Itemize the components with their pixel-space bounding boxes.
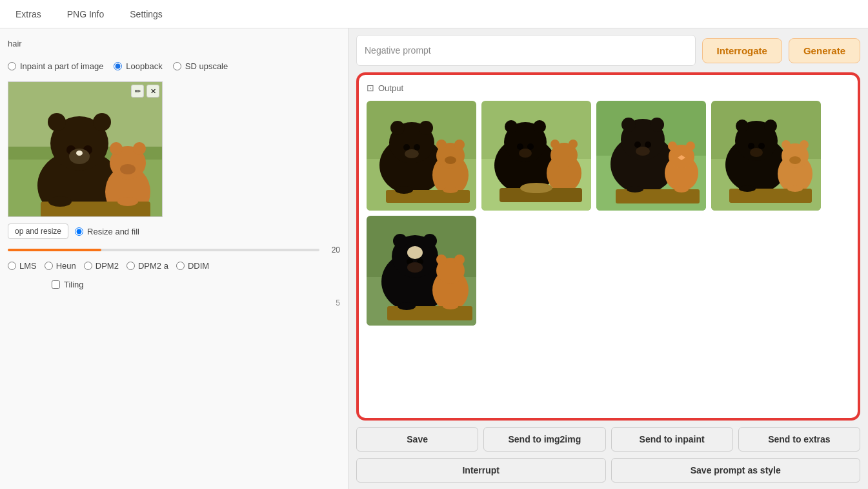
output-img-1-svg bbox=[367, 101, 476, 211]
resize-fill-label[interactable]: Resize and fill bbox=[75, 227, 139, 236]
top-navigation: Extras PNG Info Settings bbox=[0, 0, 868, 28]
svg-point-91 bbox=[423, 234, 437, 248]
sampler-lms[interactable]: LMS bbox=[8, 261, 37, 271]
svg-point-74 bbox=[764, 120, 777, 132]
send-extras-button[interactable]: Send to extras bbox=[738, 427, 860, 452]
sdupscale-label: SD upscale bbox=[185, 61, 228, 71]
svg-point-11 bbox=[76, 151, 83, 156]
output-image-4[interactable] bbox=[711, 101, 821, 211]
loopback-radio-label[interactable]: Loopback bbox=[114, 61, 162, 71]
main-layout: hair Inpaint a part of image Loopback SD… bbox=[0, 28, 868, 489]
svg-point-60 bbox=[636, 147, 650, 156]
output-image-1[interactable] bbox=[367, 101, 476, 211]
inpaint-radio-label[interactable]: Inpaint a part of image bbox=[8, 61, 103, 71]
interrogate-button[interactable]: Interrogate bbox=[702, 38, 782, 63]
svg-point-5 bbox=[48, 113, 66, 131]
slider-row: 20 bbox=[8, 245, 340, 255]
output-header: ⊡ Output bbox=[367, 83, 850, 93]
mode-radio-row: Inpaint a part of image Loopback SD upsc… bbox=[8, 57, 340, 75]
sampler-dpm2[interactable]: DPM2 bbox=[84, 261, 119, 271]
svg-point-64 bbox=[686, 141, 695, 151]
svg-point-32 bbox=[454, 140, 465, 150]
svg-point-26 bbox=[403, 144, 410, 151]
save-button[interactable]: Save bbox=[356, 427, 478, 452]
svg-point-94 bbox=[407, 246, 423, 259]
bear-svg bbox=[8, 82, 163, 217]
sampler-ddim[interactable]: DDIM bbox=[176, 261, 209, 271]
image-area: ✏ ✕ bbox=[8, 81, 163, 217]
svg-point-90 bbox=[393, 234, 407, 248]
svg-point-63 bbox=[668, 141, 677, 151]
resize-fill-radio[interactable] bbox=[75, 227, 83, 236]
svg-point-36 bbox=[443, 187, 458, 193]
left-panel: hair Inpaint a part of image Loopback SD… bbox=[0, 28, 348, 489]
send-img2img-button[interactable]: Send to img2img bbox=[483, 427, 605, 452]
svg-point-15 bbox=[133, 142, 146, 155]
svg-point-56 bbox=[621, 118, 636, 132]
top-right-row: Negative prompt Interrogate Generate bbox=[356, 35, 860, 66]
svg-point-81 bbox=[800, 140, 809, 149]
svg-point-44 bbox=[527, 143, 534, 150]
nav-extras[interactable]: Extras bbox=[10, 6, 46, 22]
svg-point-28 bbox=[405, 149, 419, 158]
svg-point-49 bbox=[569, 140, 578, 149]
output-icon: ⊡ bbox=[367, 83, 374, 93]
svg-point-76 bbox=[758, 143, 765, 149]
generate-button[interactable]: Generate bbox=[789, 38, 860, 63]
interrupt-button[interactable]: Interrupt bbox=[356, 458, 606, 483]
output-panel: ⊡ Output bbox=[356, 72, 860, 421]
svg-point-51 bbox=[520, 183, 552, 193]
crop-resize-btn[interactable]: op and resize bbox=[8, 224, 68, 239]
negative-prompt-placeholder: Negative prompt bbox=[365, 45, 431, 56]
edit-close-icon[interactable]: ✕ bbox=[146, 85, 159, 98]
svg-point-102 bbox=[443, 303, 458, 309]
nav-png-info[interactable]: PNG Info bbox=[62, 6, 110, 22]
bottom-number: 5 bbox=[8, 298, 340, 307]
output-images-bottom bbox=[367, 216, 850, 326]
right-panel: Negative prompt Interrogate Generate ⊡ O… bbox=[348, 28, 868, 489]
tiling-checkbox-label[interactable]: Tiling bbox=[52, 280, 84, 289]
output-img-2-svg bbox=[481, 101, 591, 211]
tiling-checkbox[interactable] bbox=[52, 280, 60, 289]
svg-point-59 bbox=[645, 141, 651, 148]
svg-point-101 bbox=[398, 302, 416, 310]
send-inpaint-button[interactable]: Send to inpaint bbox=[611, 427, 733, 452]
output-image-3[interactable] bbox=[596, 101, 706, 211]
loopback-radio[interactable] bbox=[114, 62, 122, 70]
slider-fill bbox=[8, 249, 101, 251]
source-image[interactable]: ✏ ✕ bbox=[8, 81, 163, 217]
svg-point-33 bbox=[445, 156, 456, 164]
svg-point-84 bbox=[739, 185, 756, 192]
sdupscale-radio[interactable] bbox=[173, 62, 181, 70]
nav-settings[interactable]: Settings bbox=[125, 6, 168, 22]
negative-prompt-input[interactable]: Negative prompt bbox=[356, 35, 696, 66]
svg-point-25 bbox=[419, 121, 433, 135]
sampler-heun[interactable]: Heun bbox=[45, 261, 76, 271]
action-row-2: Interrupt Save prompt as style bbox=[356, 458, 860, 483]
svg-point-73 bbox=[736, 120, 749, 132]
loopback-label: Loopback bbox=[126, 61, 162, 71]
svg-point-31 bbox=[436, 140, 447, 150]
resize-fill-text: Resize and fill bbox=[87, 227, 139, 236]
edit-pencil-icon[interactable]: ✏ bbox=[131, 85, 144, 98]
sdupscale-radio-label[interactable]: SD upscale bbox=[173, 61, 228, 71]
svg-point-80 bbox=[782, 140, 791, 149]
save-style-button[interactable]: Save prompt as style bbox=[611, 458, 861, 483]
svg-point-35 bbox=[395, 186, 413, 194]
image-edit-icons: ✏ ✕ bbox=[131, 85, 159, 98]
svg-point-67 bbox=[627, 186, 643, 192]
slider-value: 20 bbox=[325, 245, 340, 255]
output-img-4-svg bbox=[711, 101, 821, 211]
svg-point-98 bbox=[436, 255, 447, 265]
svg-point-14 bbox=[110, 142, 123, 155]
output-image-5[interactable] bbox=[367, 216, 476, 326]
tiling-text: Tiling bbox=[64, 280, 84, 289]
output-image-2[interactable] bbox=[481, 101, 591, 211]
sampler-dpm2a[interactable]: DPM2 a bbox=[126, 261, 168, 271]
svg-point-16 bbox=[120, 164, 136, 174]
svg-point-85 bbox=[787, 185, 803, 192]
svg-point-68 bbox=[674, 186, 689, 192]
svg-rect-66 bbox=[616, 189, 700, 203]
inpaint-radio[interactable] bbox=[8, 62, 16, 70]
prompt-text: hair bbox=[8, 36, 340, 51]
